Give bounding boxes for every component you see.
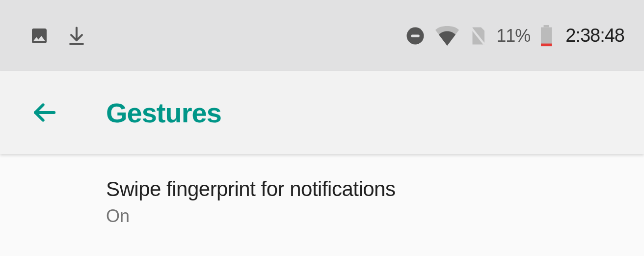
svg-rect-3 (544, 25, 549, 28)
content: Swipe fingerprint for notifications On (0, 154, 644, 227)
battery-icon (540, 25, 553, 47)
pref-title: Swipe fingerprint for notifications (106, 177, 644, 201)
svg-rect-5 (541, 43, 552, 46)
pref-summary: On (106, 206, 644, 227)
page-title: Gestures (106, 97, 221, 129)
clock: 2:38:48 (565, 25, 624, 46)
battery-percent: 11% (496, 26, 530, 46)
dnd-icon (405, 26, 426, 46)
status-bar: 11% 2:38:48 (0, 0, 644, 71)
image-icon (29, 26, 49, 46)
download-icon (66, 25, 87, 47)
pref-swipe-fingerprint[interactable]: Swipe fingerprint for notifications On (0, 177, 644, 227)
wifi-icon (435, 26, 459, 46)
no-sim-icon (469, 26, 486, 46)
svg-rect-1 (411, 34, 420, 37)
back-button[interactable] (29, 98, 59, 127)
status-right: 11% 2:38:48 (405, 25, 624, 47)
status-left (29, 25, 87, 47)
svg-rect-4 (541, 27, 552, 46)
app-bar: Gestures (0, 71, 644, 154)
